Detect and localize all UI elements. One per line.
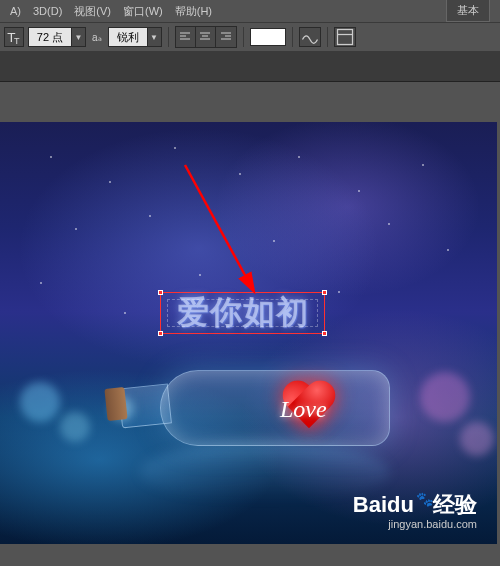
text-align-group (175, 26, 237, 48)
menu-item[interactable]: A) (4, 3, 27, 19)
watermark: Baidu🐾经验 jingyan.baidu.com (353, 490, 477, 530)
menu-help[interactable]: 帮助(H) (169, 2, 218, 21)
svg-rect-11 (337, 30, 352, 45)
heart-text: Love (280, 396, 327, 423)
watermark-brand-prefix: Bai (353, 492, 387, 517)
resize-handle-bl[interactable] (158, 331, 163, 336)
align-left-button[interactable] (176, 27, 196, 47)
resize-handle-tl[interactable] (158, 290, 163, 295)
antialias-label: aₐ (92, 32, 102, 43)
menu-3d[interactable]: 3D(D) (27, 3, 68, 19)
text-bounding-box[interactable]: 爱你如初 (160, 292, 325, 334)
resize-handle-tr[interactable] (322, 290, 327, 295)
menu-window[interactable]: 窗口(W) (117, 2, 169, 21)
resize-handle-br[interactable] (322, 331, 327, 336)
menu-view[interactable]: 视图(V) (68, 2, 117, 21)
font-size-dropdown[interactable]: ▼ (71, 28, 85, 46)
align-center-button[interactable] (196, 27, 216, 47)
watermark-brand-du: du (387, 492, 414, 517)
warp-text-button[interactable] (299, 27, 321, 47)
document-tab-bar (0, 52, 500, 82)
workspace-switcher[interactable]: 基本 (446, 0, 490, 22)
font-size-input[interactable]: ▼ (28, 27, 86, 47)
character-panel-button[interactable] (334, 27, 356, 47)
svg-text:T: T (14, 36, 20, 46)
antialias-value: 锐利 (109, 30, 147, 45)
antialias-select[interactable]: 锐利 ▼ (108, 27, 162, 47)
antialias-dropdown[interactable]: ▼ (147, 28, 161, 46)
canvas[interactable]: Love 爱你如初 Baidu🐾经验 jingyan.baidu.com (0, 122, 497, 544)
options-bar: TT ▼ aₐ 锐利 ▼ (0, 22, 500, 52)
bottle-graphic: Love (120, 352, 400, 462)
align-right-button[interactable] (216, 27, 236, 47)
watermark-brand-suffix: 经验 (433, 492, 477, 517)
font-size-field[interactable] (29, 28, 71, 46)
text-color-swatch[interactable] (250, 28, 286, 46)
text-tool-indicator: TT (4, 27, 24, 47)
canvas-area: Love 爱你如初 Baidu🐾经验 jingyan.baidu.com (0, 82, 500, 566)
paw-icon: 🐾 (416, 491, 433, 507)
menubar: A) 3D(D) 视图(V) 窗口(W) 帮助(H) (0, 0, 500, 22)
